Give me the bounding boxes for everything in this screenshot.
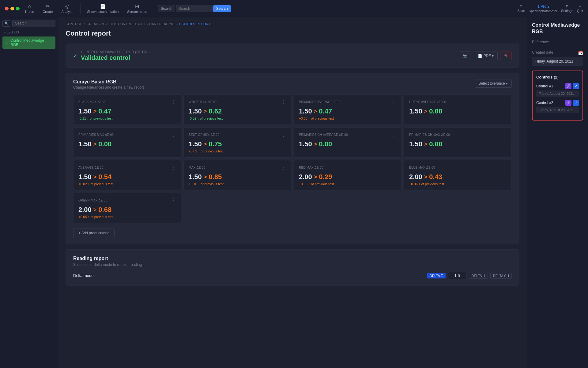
nav-show-docs[interactable]: 📄 Show documentation (84, 2, 122, 15)
metric-values-10: 2.00 > 0.29 (299, 173, 396, 181)
action-screenshot-btn[interactable]: 📷 (459, 52, 471, 60)
sidebar-search-icon-btn[interactable]: 🔍 (2, 20, 11, 27)
action-pdf-btn[interactable]: 📄 PDF ▾ (474, 52, 498, 60)
created-date-section: Created date 📅 Friday, August 20, 2021 (532, 50, 583, 66)
delta-ch-badge[interactable]: DELTA CH (490, 273, 512, 279)
metric-label-7: PRIMARIES CH MAX ΔE 00 (409, 133, 450, 136)
delta-e-input[interactable] (448, 272, 466, 279)
coraye-section: Coraye Basic RGB Change tolerances and c… (66, 73, 519, 244)
nav-create[interactable]: ✏ Create (40, 2, 56, 15)
delta-e-badge[interactable]: DELTA E (427, 273, 446, 278)
metric-threshold-3: 1.50 (409, 107, 422, 115)
right-panel: Control Mediawedge RGB Reference — Creat… (527, 17, 588, 368)
scan-icon: ⊘ (520, 4, 522, 8)
metric-card-10: RED MAX ΔE 00 ⋮ 2.00 > 0.29 +0.05 ↑ of p… (294, 160, 401, 190)
metric-menu-8[interactable]: ⋮ (171, 165, 176, 171)
quit-icon: → (578, 5, 582, 8)
coraye-title: Coraye Basic RGB (73, 79, 144, 85)
reference-expand-icon[interactable]: — (579, 40, 583, 45)
calendar-icon[interactable]: 📅 (578, 51, 583, 56)
metric-menu-6[interactable]: ⋮ (391, 132, 396, 138)
metric-actual-4: 0.00 (98, 140, 111, 148)
metric-header-0: BLACK MAX ΔE 00 ⋮ (78, 99, 176, 105)
traffic-light-green[interactable] (16, 7, 20, 10)
metric-menu-9[interactable]: ⋮ (281, 165, 286, 171)
metric-menu-3[interactable]: ⋮ (502, 99, 507, 105)
nav-docs-label: Show documentation (87, 10, 119, 13)
metric-menu-7[interactable]: ⋮ (502, 132, 507, 138)
nav-scan[interactable]: ⊘ Scan (517, 4, 525, 13)
sidebar-search-input[interactable] (12, 20, 55, 27)
spectrophotometer-label: Spectrophotometer (529, 9, 558, 13)
traffic-lights (5, 7, 20, 10)
search-label-1: Search (158, 5, 175, 12)
metric-menu-2[interactable]: ⋮ (391, 99, 396, 105)
nav-settings[interactable]: ⚙ Settings (561, 4, 573, 13)
metric-arrow-0: > (93, 108, 97, 115)
controls-section: Controls (2) Control #1 🔗 ↗ Friday, Augu… (532, 71, 583, 121)
control-2-date: Friday, August 20, 2021 (536, 107, 579, 113)
search-button[interactable]: Search (213, 5, 231, 12)
metric-values-12: 2.00 > 0.68 (78, 206, 176, 214)
metric-values-6: 1.50 > 0.00 (299, 140, 396, 148)
metric-arrow-8: > (93, 174, 97, 180)
control-2-label: Control #2 (536, 101, 553, 105)
control-1-date: Friday, August 20, 2021 (536, 90, 579, 97)
metric-card-11: BLUE MAX ΔE 00 ⋮ 2.00 > 0.43 +0.06 ↑ of … (404, 160, 512, 190)
metric-label-4: PRIMARIES MAX ΔE 00 (78, 133, 114, 136)
breadcrumb-chart[interactable]: CHART READING (147, 22, 175, 26)
metric-actual-9: 0.85 (209, 173, 222, 181)
nav-analyse-label: Analyse (61, 10, 73, 13)
metric-card-1: WHITE MAX ΔE 00 ⋮ 1.50 > 0.62 -0.02 ↓ of… (183, 94, 291, 125)
metric-card-0: BLACK MAX ΔE 00 ⋮ 1.50 > 0.47 -0.11 ↓ of… (73, 94, 181, 125)
control-name-text: CONTROL MEDIAWEDGE RGB (81, 50, 134, 54)
metric-values-9: 1.50 > 0.85 (189, 173, 286, 181)
control-1-blue-btn[interactable]: ↗ (573, 83, 579, 89)
metric-arrow-9: > (204, 174, 207, 180)
nav-screen-mode[interactable]: ⊞ Screen mode (124, 2, 150, 15)
metric-menu-0[interactable]: ⋮ (171, 99, 176, 105)
controls-title: Controls (2) (536, 75, 579, 79)
metric-actual-0: 0.47 (98, 107, 111, 115)
metric-actual-5: 0.75 (209, 140, 222, 148)
nav-quit[interactable]: → Quit (577, 5, 583, 13)
control-1-purple-btn[interactable]: 🔗 (565, 83, 571, 89)
action-delete-btn[interactable]: 🗑 (500, 52, 512, 60)
search-input[interactable] (176, 5, 213, 12)
metric-threshold-5: 1.50 (189, 140, 202, 148)
nav-home[interactable]: ⌂ Home (22, 2, 37, 15)
delta-h-badge[interactable]: DELTA H (469, 273, 488, 279)
nav-device[interactable]: i1 Pro 2 Spectrophotometer (529, 4, 558, 13)
metric-menu-1[interactable]: ⋮ (281, 99, 286, 105)
nav-analyse[interactable]: ◎ Analyse (58, 2, 76, 15)
breadcrumb: CONTROL / CREATION OF THE CONTROL BAR / … (66, 22, 519, 26)
reference-section: Reference — (532, 40, 583, 45)
home-icon: ⌂ (28, 4, 31, 9)
metric-menu-5[interactable]: ⋮ (281, 132, 286, 138)
breadcrumb-sep-1: / (84, 22, 85, 26)
sidebar-item-control-mediawedge[interactable]: ✓ Control Mediawedge RGB (2, 36, 55, 49)
coraye-title-area: Coraye Basic RGB Change tolerances and c… (73, 79, 144, 90)
select-tolerance-btn[interactable]: Select tolerance ▾ (475, 79, 512, 88)
add-proof-btn[interactable]: + Add proof criteria (73, 228, 115, 238)
sidebar-item-label: Control Mediawedge RGB (10, 38, 52, 47)
metric-header-3: GREYS AVERAGE ΔE 00 ⋮ (409, 99, 507, 105)
traffic-light-red[interactable] (5, 7, 9, 10)
metric-values-3: 1.50 > 0.00 (409, 107, 507, 115)
control-2-blue-btn[interactable]: ↗ (573, 100, 579, 106)
metric-threshold-8: 1.50 (78, 173, 92, 181)
control-2-purple-btn[interactable]: 🔗 (565, 100, 571, 106)
quit-label: Quit (577, 9, 583, 13)
metric-menu-11[interactable]: ⋮ (502, 165, 507, 171)
metric-threshold-1: 1.50 (189, 107, 202, 115)
metric-delta-8: +0.02 ↑ of previous test (78, 182, 176, 186)
metric-label-1: WHITE MAX ΔE 00 (189, 100, 217, 104)
metric-header-1: WHITE MAX ΔE 00 ⋮ (189, 99, 286, 105)
breadcrumb-creation[interactable]: CREATION OF THE CONTROL BAR (87, 22, 142, 26)
metric-menu-12[interactable]: ⋮ (171, 197, 176, 203)
traffic-light-yellow[interactable] (10, 7, 14, 10)
metric-menu-4[interactable]: ⋮ (171, 132, 176, 138)
breadcrumb-control[interactable]: CONTROL (66, 22, 82, 26)
metric-menu-10[interactable]: ⋮ (391, 165, 396, 171)
created-date-label: Created date (532, 50, 553, 55)
